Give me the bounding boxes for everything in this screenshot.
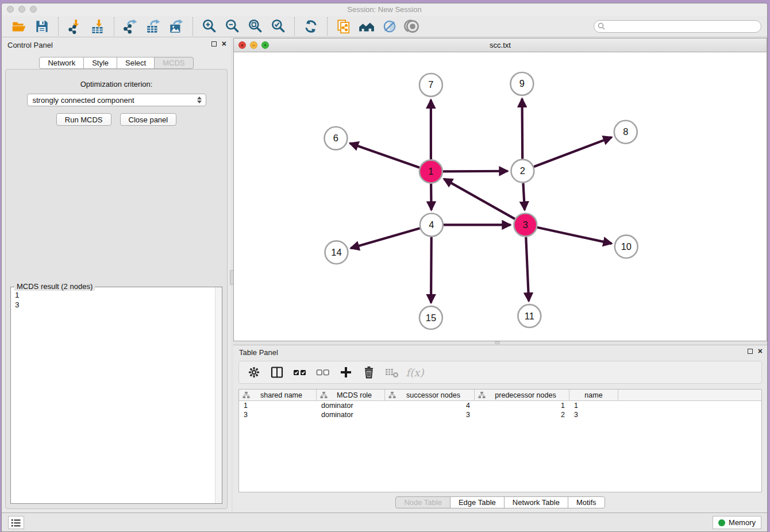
toolbar-separator <box>58 17 59 36</box>
toggle-column-icon[interactable] <box>267 363 287 381</box>
graph-node-label-6: 6 <box>333 133 338 143</box>
import-network-icon[interactable] <box>63 18 86 35</box>
zoom-selected-icon[interactable] <box>267 18 290 35</box>
table-cell: 2 <box>475 410 569 419</box>
table-cell: 3 <box>239 410 317 419</box>
list-icon <box>10 518 22 528</box>
add-column-icon[interactable] <box>336 363 356 381</box>
task-history-button[interactable] <box>8 516 24 529</box>
graph-node-label-14: 14 <box>331 247 341 257</box>
column-header-predecessor-nodes[interactable]: predecessor nodes <box>475 390 569 400</box>
show-graphics-details-icon[interactable] <box>401 18 424 35</box>
graph-edge-1-2[interactable] <box>443 171 508 172</box>
app-window: Session: New Session Control Panel × Net… <box>1 3 768 532</box>
graph-edge-3-1[interactable] <box>444 179 515 219</box>
export-network-icon[interactable] <box>119 18 142 35</box>
control-panel-tabs: NetworkStyleSelectMCDS <box>2 57 231 69</box>
table-cell: dominator <box>317 410 385 419</box>
window-titlebar: Session: New Session <box>2 3 767 16</box>
mcds-result-group: MCDS result (2 nodes) 13 <box>10 287 222 504</box>
close-panel-button[interactable]: Close panel <box>120 113 177 126</box>
table-row[interactable]: 3dominator323 <box>239 410 761 419</box>
tab-node-table[interactable]: Node Table <box>395 496 451 508</box>
column-header-name[interactable]: name <box>569 390 618 400</box>
main-toolbar-icons <box>7 17 424 36</box>
search-wrap <box>594 20 761 33</box>
mcds-result-list: 13 <box>11 288 214 503</box>
table-settings-icon[interactable] <box>244 363 264 381</box>
memory-status-icon <box>718 519 725 526</box>
horizontal-splitter-handle[interactable] <box>495 341 500 344</box>
table-panel-header: Table Panel × <box>233 345 767 359</box>
column-header-label: shared name <box>250 391 316 399</box>
table-cell: 1 <box>475 401 569 410</box>
table-row[interactable]: 1dominator411 <box>239 401 761 410</box>
toolbar-separator <box>114 17 114 36</box>
float-table-panel-icon[interactable] <box>748 349 753 354</box>
tab-network-table[interactable]: Network Table <box>504 496 568 508</box>
graph-node-label-15: 15 <box>426 313 436 323</box>
tab-style[interactable]: Style <box>83 57 117 69</box>
network-canvas[interactable]: 7968124314101511 <box>234 52 767 341</box>
table-body: 1dominator4113dominator323 <box>239 401 761 419</box>
toolbar-separator <box>327 17 328 36</box>
window-title: Session: New Session <box>2 5 767 14</box>
export-image-icon[interactable] <box>165 18 188 35</box>
save-session-icon[interactable] <box>30 18 53 35</box>
tab-motifs[interactable]: Motifs <box>568 496 605 508</box>
column-header-shared-name[interactable]: shared name <box>239 390 317 400</box>
zoom-in-icon[interactable] <box>198 18 221 35</box>
graph-edge-4-14[interactable] <box>351 228 419 248</box>
zoom-out-icon[interactable] <box>221 18 244 35</box>
select-all-icon[interactable] <box>290 363 310 381</box>
graph-edge-1-6[interactable] <box>350 143 419 167</box>
function-builder-icon: f(x) <box>405 363 425 381</box>
column-header-successor-nodes[interactable]: successor nodes <box>385 390 475 400</box>
float-panel-icon[interactable] <box>211 41 217 47</box>
control-panel: Control Panel × NetworkStyleSelectMCDS O… <box>2 38 231 512</box>
table-tabs: Node TableEdge TableNetwork TableMotifs <box>233 496 767 508</box>
graph-edge-3-11[interactable] <box>526 237 529 301</box>
tab-mcds[interactable]: MCDS <box>154 57 193 69</box>
network-title: scc.txt <box>234 41 767 49</box>
duplicate-network-icon[interactable] <box>332 18 355 35</box>
hide-graphics-details-icon[interactable] <box>378 18 401 35</box>
criterion-select[interactable]: strongly connected component <box>27 94 206 106</box>
column-header-label: successor nodes <box>396 391 474 399</box>
export-table-icon[interactable] <box>142 18 165 35</box>
result-line: 1 <box>15 290 210 300</box>
import-table-icon[interactable] <box>86 18 109 35</box>
open-file-icon[interactable] <box>7 18 30 35</box>
table-toolbar: f(x) <box>238 361 762 384</box>
tab-select[interactable]: Select <box>117 57 155 69</box>
first-neighbors-icon[interactable] <box>355 18 378 35</box>
column-header-label: name <box>573 391 618 399</box>
graph-edge-3-10[interactable] <box>537 228 612 244</box>
table-panel-title: Table Panel <box>239 348 278 357</box>
search-input[interactable] <box>594 20 761 33</box>
memory-button[interactable]: Memory <box>713 516 761 529</box>
graph-node-label-1: 1 <box>428 166 433 176</box>
tab-network[interactable]: Network <box>39 57 84 69</box>
close-table-panel-icon[interactable]: × <box>758 348 763 354</box>
node-table: shared nameMCDS rolesuccessor nodesprede… <box>238 389 762 492</box>
graph-edge-4-15[interactable] <box>431 237 432 303</box>
graph-edge-2-9[interactable] <box>522 99 523 159</box>
table-cell: 4 <box>385 401 475 410</box>
result-scrollbar[interactable] <box>215 287 222 503</box>
delete-column-icon[interactable] <box>359 363 379 381</box>
zoom-fit-icon[interactable] <box>244 18 267 35</box>
tab-edge-table[interactable]: Edge Table <box>450 496 505 508</box>
deselect-all-icon[interactable] <box>313 363 333 381</box>
graph-node-label-8: 8 <box>623 126 628 137</box>
refresh-network-icon[interactable] <box>299 18 322 35</box>
column-header-MCDS-role[interactable]: MCDS role <box>317 390 385 400</box>
select-arrows-icon <box>197 97 202 103</box>
close-panel-icon[interactable]: × <box>222 40 226 47</box>
graph-edge-2-3[interactable] <box>523 183 524 210</box>
run-mcds-button[interactable]: Run MCDS <box>56 113 111 126</box>
criterion-select-value: strongly connected component <box>33 96 134 105</box>
graph-node-label-10: 10 <box>621 241 632 252</box>
table-cell: 3 <box>385 410 475 419</box>
graph-edge-2-8[interactable] <box>534 137 612 167</box>
